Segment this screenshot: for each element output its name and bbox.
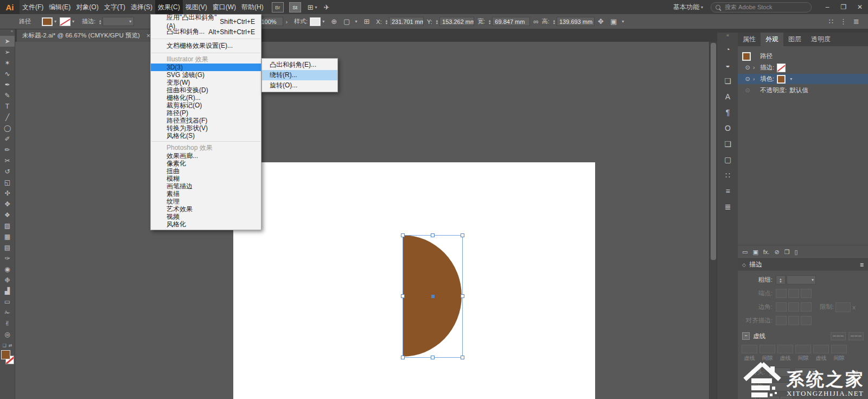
menu-item[interactable]: 编辑(E) — [46, 0, 73, 14]
stroke-weight-stepper[interactable]: ▴▾ — [99, 19, 101, 24]
fill-stroke-indicator[interactable] — [1, 350, 14, 364]
appearance-fill-row[interactable]: ⊙ › 填色: ▾ — [738, 74, 868, 84]
eye-icon[interactable]: ⊙ — [742, 87, 753, 94]
arrange-documents-icon[interactable]: ⋮ — [840, 17, 847, 26]
line-segment-tool[interactable]: ╱ — [0, 112, 15, 123]
eyedropper-tool[interactable]: ✑ — [0, 253, 15, 264]
magic-wand-tool[interactable]: ✶ — [0, 58, 15, 68]
stock-icon[interactable]: St — [289, 2, 301, 12]
list-view-icon[interactable]: ≣ — [853, 17, 859, 26]
add-new-stroke-icon[interactable]: ▭ — [742, 249, 748, 256]
style-dropdown-icon[interactable]: ▾ — [322, 19, 324, 24]
height-stepper[interactable]: ▴▾ — [553, 19, 555, 24]
bridge-icon[interactable]: Br — [272, 2, 284, 12]
delete-item-icon[interactable]: ▯ — [795, 249, 798, 256]
character-panel-icon[interactable]: A — [717, 88, 738, 104]
document-tab[interactable]: 未标题-2.ai* @ 66.67% (CMYK/GPU 预览) × — [17, 29, 156, 42]
appearance-object-row[interactable]: 路径 — [738, 51, 868, 61]
document-setup-icon[interactable]: ⊕ — [331, 17, 337, 26]
fill-dropdown-icon[interactable]: ▾ — [54, 19, 56, 24]
fill-color-swatch[interactable] — [777, 75, 786, 84]
menu-item[interactable]: 选择(S) — [128, 0, 155, 14]
link-dimensions-icon[interactable]: ∞ — [533, 17, 538, 26]
panel-tab[interactable]: 透明度 — [806, 33, 835, 46]
type-tool[interactable]: T — [0, 101, 15, 112]
collapse-dock-icon[interactable]: « — [717, 33, 738, 41]
selection-handle[interactable] — [461, 233, 464, 237]
column-graph-tool[interactable]: ▟ — [0, 286, 15, 296]
free-transform-tool[interactable]: ❖ — [0, 210, 15, 220]
menu-item[interactable]: 视图(V) — [183, 0, 210, 14]
align-panel-icon[interactable]: ≡ — [717, 183, 738, 199]
paintbrush-tool[interactable]: ✐ — [0, 134, 15, 144]
expand-chevron-icon[interactable]: › — [753, 65, 760, 71]
menu-item[interactable]: 窗口(W) — [210, 0, 239, 14]
layout-icon[interactable]: ⊞ — [308, 3, 314, 11]
fill-swatch-dropdown-icon[interactable]: ▾ — [790, 77, 792, 81]
workspace-dropdown-icon[interactable]: ▾ — [701, 5, 703, 10]
lasso-tool[interactable]: ∿ — [0, 68, 15, 79]
direct-selection-tool[interactable]: ➢ — [0, 47, 15, 58]
pencil-tool[interactable]: ✏ — [0, 144, 15, 155]
center-anchor-point[interactable] — [431, 295, 435, 298]
expand-chevron-icon[interactable]: › — [753, 76, 760, 82]
scrollbar-thumb[interactable] — [711, 43, 716, 260]
zoom-tool[interactable]: ◎ — [0, 329, 15, 340]
eye-icon[interactable]: ⊙ — [742, 64, 753, 71]
swap-fill-stroke-icon[interactable]: ⇄ — [9, 343, 12, 348]
artboard-tool[interactable]: ▭ — [0, 296, 15, 307]
rocket-icon[interactable]: ✈ — [324, 3, 330, 11]
selection-handle[interactable] — [431, 356, 435, 359]
eye-icon[interactable]: ⊙ — [742, 75, 753, 83]
width-stepper[interactable]: ▴▾ — [489, 19, 490, 24]
pen-tool[interactable]: ✒ — [0, 79, 15, 90]
submenu-item[interactable]: 凸出和斜角(E)... — [262, 60, 337, 70]
transform-icon[interactable]: ✥ — [598, 17, 604, 26]
menu-item[interactable]: 文字(T) — [101, 0, 128, 14]
y-value[interactable]: 153.262 mm — [439, 17, 474, 26]
appearance-stroke-row[interactable]: ⊙ › 描边: — [738, 62, 868, 73]
search-input[interactable] — [724, 3, 807, 11]
menu-item[interactable]: 帮助(H) — [239, 0, 266, 14]
weight-select[interactable]: ▾ — [787, 275, 816, 284]
selection-tool[interactable]: ➤ — [0, 36, 15, 47]
default-fill-stroke-icon[interactable]: ❏ — [3, 343, 7, 348]
panel-tab[interactable]: 图层 — [783, 33, 806, 46]
height-value[interactable]: 139.693 mm — [557, 17, 595, 26]
fill-color-swatch[interactable] — [42, 17, 53, 26]
libraries-panel-icon[interactable]: ❏ — [717, 73, 738, 88]
layers-panel-icon[interactable]: ≣ — [717, 199, 738, 214]
selection-handle[interactable] — [431, 233, 435, 237]
stroke-weight-select[interactable]: ▾ — [103, 17, 134, 26]
appearance-opacity-row[interactable]: ⊙ 不透明度: 默认值 — [738, 85, 868, 96]
panel-tab[interactable]: 属性 — [738, 33, 761, 46]
stroke-none-swatch[interactable] — [777, 64, 786, 72]
scale-tool[interactable]: ◱ — [0, 177, 15, 188]
stroke-color-swatch[interactable] — [60, 17, 71, 26]
perspective-grid-tool[interactable]: ▨ — [0, 220, 15, 231]
weight-stepper[interactable]: ▴▾ — [776, 275, 786, 284]
selection-handle[interactable] — [401, 356, 405, 359]
submenu-item[interactable]: 绕转(R)... — [262, 70, 337, 80]
shape-builder-tool[interactable]: ✥ — [0, 199, 15, 210]
hand-tool[interactable]: ✌ — [0, 318, 15, 329]
style-swatch[interactable] — [310, 17, 321, 26]
close-button[interactable]: ✕ — [852, 0, 868, 14]
y-stepper[interactable]: ▴▾ — [436, 19, 438, 24]
slice-tool[interactable]: ✁ — [0, 307, 15, 318]
mesh-tool[interactable]: ▦ — [0, 231, 15, 242]
artboards-panel-icon[interactable]: ▢ — [717, 151, 738, 167]
collapse-tools-icon[interactable]: » — [0, 29, 15, 36]
align-options-icon[interactable]: ▣ — [610, 17, 617, 26]
stroke-panel-header[interactable]: ◇ 描边 ≡ — [738, 258, 868, 271]
panel-menu-icon[interactable]: ≡ — [860, 261, 864, 269]
selection-handle[interactable] — [401, 294, 405, 298]
x-value[interactable]: 231.701 mm — [389, 17, 424, 26]
collapse-panel-icon[interactable]: ◇ — [742, 262, 746, 268]
add-new-fill-icon[interactable]: ▣ — [752, 249, 758, 256]
blend-tool[interactable]: ◉ — [0, 264, 15, 275]
transform-panel-icon[interactable]: ∷ — [717, 167, 738, 183]
scissors-tool[interactable]: ✂ — [0, 155, 15, 166]
grid-snap-icon[interactable]: ⊞ — [363, 17, 369, 26]
stock-search[interactable] — [711, 2, 812, 12]
